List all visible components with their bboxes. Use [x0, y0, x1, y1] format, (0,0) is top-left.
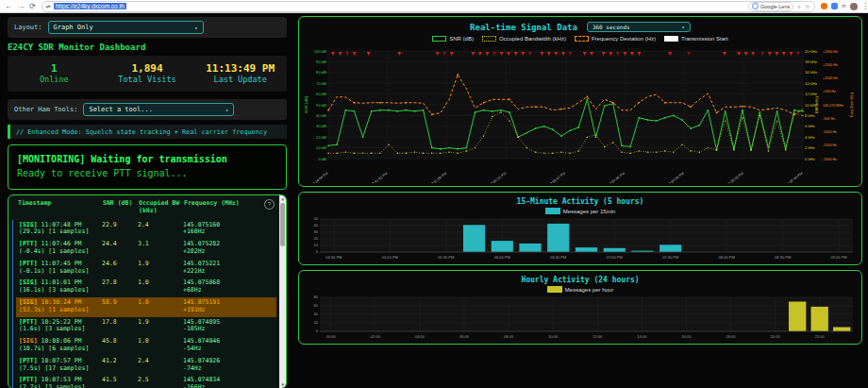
svg-text:6 kHz: 6 kHz	[805, 124, 815, 128]
site-info-icon[interactable]: ⇄	[46, 3, 51, 9]
svg-text:20 kHz: 20 kHz	[805, 49, 817, 54]
header-frequency: Frequency (MHz)	[184, 200, 273, 215]
svg-text:02:00: 02:00	[371, 334, 381, 339]
svg-text:70 dB: 70 dB	[316, 81, 326, 86]
svg-text:14 kHz: 14 kHz	[805, 81, 817, 86]
stat-last-update: 11:13:49 PM Last Update	[193, 62, 287, 85]
mid-chart-title: 15-Minute Activity (5 hours)	[517, 197, 644, 206]
svg-text:20:00: 20:00	[771, 334, 781, 339]
scroll-up-icon[interactable]: ▲	[279, 195, 286, 202]
svg-text:-1000 Hz: -1000 Hz	[823, 130, 837, 134]
help-icon[interactable]: ?	[264, 199, 275, 210]
svg-text:14:00: 14:00	[637, 334, 647, 339]
layout-label: Layout:	[14, 24, 42, 31]
svg-text:18:00: 18:00	[726, 334, 737, 339]
bottom-legend[interactable]: Messages per hour	[303, 285, 858, 294]
fifteen-min-activity-panel: 15-Minute Activity (5 hours) Messages pe…	[298, 192, 862, 265]
extension-icon-orange[interactable]	[821, 3, 827, 9]
svg-text:+500 Hz: +500 Hz	[823, 90, 836, 93]
svg-text:30: 30	[314, 229, 319, 234]
reload-icon[interactable]: ⟳	[29, 0, 36, 12]
url-text[interactable]: https://e24ky.dxcom.co.th	[54, 3, 126, 9]
stat-visits: 1,894 Total Visits	[101, 62, 194, 85]
svg-text:16 kHz: 16 kHz	[805, 70, 817, 75]
svg-text:10:00: 10:00	[548, 334, 559, 339]
layout-select[interactable]: Graph Only ▾	[48, 21, 204, 34]
visits-value: 1,894	[101, 62, 194, 75]
sdr-dashboard: Layout: Graph Only ▾ E24CY SDR Monitor D…	[0, 13, 868, 388]
browser-toolbar: ← → ⟳ ⇄ https://e24ky.dxcom.co.th Google…	[0, 0, 868, 13]
svg-text:07:30 PM: 07:30 PM	[662, 255, 678, 260]
table-row[interactable]: [SIG] 11:01:01 PM (16.1s) [3 samples]27.…	[16, 278, 276, 297]
address-bar[interactable]: ⇄ https://e24ky.dxcom.co.th Google Lens …	[42, 1, 815, 12]
visits-label: Total Visits	[101, 75, 194, 85]
legend-freq-dev[interactable]: Frequency Deviation (Hz)	[575, 36, 656, 42]
svg-text:05:00 PM: 05:00 PM	[382, 255, 398, 260]
bw-swatch	[482, 36, 496, 42]
svg-text:+1500 Hz: +1500 Hz	[823, 63, 838, 67]
scrollbar-thumb[interactable]	[280, 203, 285, 246]
last-update-value: 11:13:49 PM	[193, 62, 287, 75]
svg-text:20 dB: 20 dB	[316, 135, 326, 140]
table-row[interactable]: [PTT] 11:07:46 PM (-0.4s) [1 samples]24.…	[16, 239, 276, 259]
svg-text:10:07:46 PM: 10:07:46 PM	[608, 172, 626, 183]
table-row[interactable]: [SIG] 10:30:24 PM (53.3s) [1 samples]58.…	[16, 297, 276, 317]
back-icon[interactable]: ←	[5, 0, 12, 12]
profile-avatar[interactable]	[850, 3, 858, 10]
svg-text:-1500 Hz: -1500 Hz	[823, 143, 837, 147]
legend-tx-start[interactable]: Transmission Start	[664, 36, 728, 42]
chevron-down-icon: ▾	[218, 107, 229, 113]
forward-icon[interactable]: →	[17, 0, 25, 12]
mid-legend[interactable]: Messages per 15min	[303, 207, 858, 215]
svg-text:9:41:42 PM: 9:41:42 PM	[372, 172, 389, 183]
tools-select[interactable]: Select a tool... ▾	[83, 103, 234, 116]
svg-text:-500 Hz: -500 Hz	[823, 117, 835, 121]
svg-text:Freq Dev (Hz): Freq Dev (Hz)	[849, 92, 854, 117]
svg-text:07:00 PM: 07:00 PM	[607, 255, 623, 260]
svg-text:10: 10	[314, 243, 319, 247]
table-row[interactable]: [PTT] 10:07:57 PM (7.5s) [17 samples]41.…	[16, 356, 276, 376]
svg-text:40: 40	[314, 223, 319, 228]
hourly-bar-chart: 02040608000:0002:0004:0006:0008:0010:001…	[303, 294, 858, 342]
legend-bandwidth[interactable]: Occupied Bandwidth (kHz)	[482, 36, 566, 42]
svg-text:+1000 Hz: +1000 Hz	[823, 76, 838, 80]
page-title: E24CY SDR Monitor Dashboard	[8, 42, 287, 53]
search-keep-icon[interactable]: ⌕	[797, 3, 801, 10]
signal-line-chart: 9:24:08 PM9:41:42 PM9:51:05 PM9:56:22 PM…	[303, 43, 858, 183]
legend-snr[interactable]: SNR (dB)	[432, 36, 474, 42]
svg-text:40 dB: 40 dB	[316, 113, 326, 118]
extensions-icon[interactable]: ⮹	[842, 3, 846, 10]
svg-text:00:00: 00:00	[326, 334, 337, 339]
svg-text:30 dB: 30 dB	[316, 124, 326, 128]
svg-text:-2000 Hz: -2000 Hz	[823, 158, 837, 161]
table-row[interactable]: [PTT] 10:07:53 PM (2.7s) [3 samples]41.5…	[16, 375, 276, 388]
bookmark-star-icon[interactable]: ☆	[805, 3, 810, 10]
table-row[interactable]: [SIG] 11:07:48 PM (29.2s) [1 samples]22.…	[16, 220, 276, 240]
table-row[interactable]: [PTT] 11:07:45 PM (-0.1s) [1 samples]24.…	[16, 259, 276, 278]
google-lens-chip[interactable]: Google Lens	[748, 2, 793, 11]
svg-text:04:00: 04:00	[415, 334, 426, 339]
svg-text:08:00: 08:00	[504, 334, 514, 339]
svg-text:100 dB: 100 dB	[314, 49, 326, 54]
snr-swatch	[432, 36, 446, 42]
svg-text:9:58:47 PM: 9:58:47 PM	[549, 172, 566, 183]
scroll-down-icon[interactable]: ▼	[279, 381, 286, 388]
table-scrollbar[interactable]: ▲ ▼	[279, 195, 286, 388]
menu-icon[interactable]: ⋮	[861, 0, 868, 12]
table-row[interactable]: [PTT] 10:25:22 PM (1.6s) [3 samples]17.8…	[16, 317, 276, 337]
enhanced-mode-note: // Enhanced Mode: Squelch state tracking…	[8, 125, 287, 139]
extension-icon-blue[interactable]	[831, 3, 838, 9]
svg-text:80: 80	[314, 295, 319, 299]
monitor-status-panel: [MONITORING] Waiting for transmission Re…	[8, 144, 287, 190]
svg-text:BW (kHz): BW (kHz)	[814, 95, 819, 113]
table-row[interactable]: [SIG] 10:08:06 PM (10.7s) [6 samples]45.…	[16, 336, 276, 356]
header-snr: SNR (dB)	[103, 200, 139, 215]
svg-text:20: 20	[314, 320, 319, 325]
svg-text:60 dB: 60 dB	[316, 92, 326, 96]
svg-text:0 kHz: 0 kHz	[805, 157, 815, 161]
svg-text:16:00: 16:00	[681, 334, 692, 339]
time-range-value: 360 seconds	[593, 24, 630, 30]
svg-text:06:00: 06:00	[459, 334, 470, 339]
fifteen-min-bar-chart: 0102030405004:30 PM05:00 PM05:30 PM06:00…	[303, 215, 858, 262]
time-range-select[interactable]: 360 seconds ▾	[587, 22, 691, 32]
